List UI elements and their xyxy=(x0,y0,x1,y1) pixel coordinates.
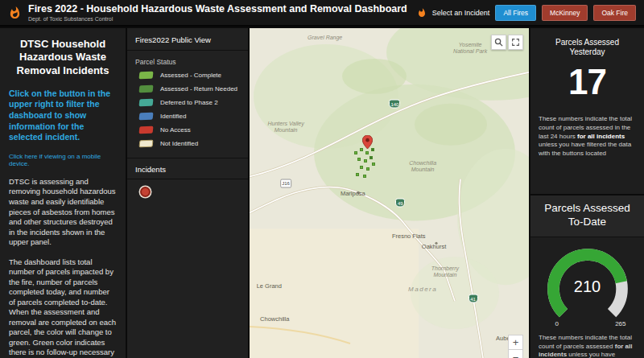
map-basemap xyxy=(250,28,529,358)
parcels-yesterday-value: 17 xyxy=(539,62,636,102)
parcels-yesterday-widget: Parcels Assessed Yesterday 17 These numb… xyxy=(530,28,644,194)
gauge-max-label: 265 xyxy=(615,320,625,327)
map-label-oakhurst: Oakhurst xyxy=(422,242,446,249)
info-panel-title: DTSC Household Hazardous Waste Removal I… xyxy=(9,38,117,77)
legend-item-not-identified: Not Identified xyxy=(127,137,248,150)
info-panel: DTSC Household Hazardous Waste Removal I… xyxy=(0,28,126,358)
header-titles: Fires 2022 - Household Hazardous Waste A… xyxy=(28,3,407,21)
gauge-min-label: 0 xyxy=(555,320,559,327)
swatch-not-identified xyxy=(138,140,153,148)
filter-button-mckinney[interactable]: McKinney xyxy=(542,5,588,21)
swatch-no-access xyxy=(138,126,153,134)
parcel-cluster[interactable] xyxy=(353,137,388,182)
parcels-yesterday-title: Parcels Assessed Yesterday xyxy=(539,38,636,57)
map-label-chowchilla-mtn: Chowchilla Mountain xyxy=(401,160,444,173)
map-label-mariposa: Mariposa xyxy=(341,190,365,197)
map-label-thornberry-mtn: Thornberry Mountain xyxy=(423,265,467,278)
page-title: Fires 2022 - Household Hazardous Waste A… xyxy=(28,3,407,14)
select-incident-label: Select an Incident xyxy=(432,9,490,17)
page-subtitle: Dept. of Toxic Substances Control xyxy=(28,16,407,22)
legend-title: Fires2022 Public View xyxy=(127,28,248,51)
parcels-yesterday-description: These numbers indicate the total count o… xyxy=(539,115,636,158)
filter-button-all-fires[interactable]: All Fires xyxy=(495,5,536,21)
gauge-value: 210 xyxy=(543,278,633,296)
legend-group-title: Parcel Status xyxy=(127,51,248,68)
select-flame-icon xyxy=(417,7,427,19)
swatch-deferred xyxy=(138,99,153,107)
route-shield-140: 140 xyxy=(389,100,400,109)
parcels-todate-title: Parcels Assessed To-Date xyxy=(530,195,644,237)
incident-selector: Select an Incident All Fires McKinney Oa… xyxy=(417,5,636,21)
zoom-in-button[interactable]: + xyxy=(508,335,523,350)
legend-item-return-needed: Assessed - Return Needed xyxy=(127,82,248,96)
filter-button-oak-fire[interactable]: Oak Fire xyxy=(593,5,636,21)
legend-item-deferred: Deferred to Phase 2 xyxy=(127,96,248,109)
filter-instruction-text: Click on the button in the upper right t… xyxy=(9,88,117,143)
description-paragraph-2: The dashboard lists total number of parc… xyxy=(9,257,117,358)
incidents-section-title: Incidents xyxy=(127,158,248,179)
map-label-yosemite: Yosemite National Park xyxy=(448,42,492,55)
zoom-out-button[interactable]: − xyxy=(508,350,523,358)
route-shield-49: 49 xyxy=(395,199,405,208)
mobile-device-link[interactable]: Click here if viewing on a mobile device… xyxy=(9,153,117,167)
incident-map-pin[interactable] xyxy=(362,135,373,149)
map-expand-button[interactable] xyxy=(508,35,523,50)
legend-panel: Fires2022 Public View Parcel Status Asse… xyxy=(127,28,248,358)
swatch-identified xyxy=(138,113,153,121)
parcels-todate-widget: Parcels Assessed To-Date 210 0 265 These… xyxy=(530,195,644,358)
zoom-controls: + − xyxy=(508,335,523,358)
legend-item-no-access: No Access xyxy=(127,123,248,137)
description-paragraph-1: DTSC is assessing and removing household… xyxy=(9,177,117,248)
map-label-madera: Madera xyxy=(408,285,437,292)
expand-icon xyxy=(511,38,520,47)
map-label-gravel-range: Gravel Range xyxy=(303,35,347,41)
legend-item-assessed-complete: Assessed - Complete xyxy=(127,68,248,82)
map-label-fresno-flats: Fresno Flats xyxy=(392,232,426,240)
route-shield-41: 41 xyxy=(469,294,478,303)
search-icon xyxy=(494,38,503,47)
app-flame-icon xyxy=(8,5,22,21)
map-search-button[interactable] xyxy=(491,35,506,50)
map-label-chowchilla: Chowchilla xyxy=(260,315,289,322)
legend-item-identified: Identified xyxy=(127,109,248,123)
map[interactable]: Gravel Range Yosemite National Park Hunt… xyxy=(250,28,529,358)
map-label-le-grand: Le Grand xyxy=(257,282,282,289)
route-shield-j16: J16 xyxy=(280,179,291,187)
header-bar: Fires 2022 - Household Hazardous Waste A… xyxy=(0,0,644,27)
map-label-hunters-valley-mtn: Hunters Valley Mountain xyxy=(264,121,308,134)
parcels-todate-gauge: 210 0 265 xyxy=(543,244,633,327)
swatch-return-needed xyxy=(138,85,153,93)
swatch-assessed-complete xyxy=(138,72,153,80)
incident-point-icon xyxy=(140,187,151,197)
dashboard: Fires 2022 - Household Hazardous Waste A… xyxy=(0,0,644,358)
